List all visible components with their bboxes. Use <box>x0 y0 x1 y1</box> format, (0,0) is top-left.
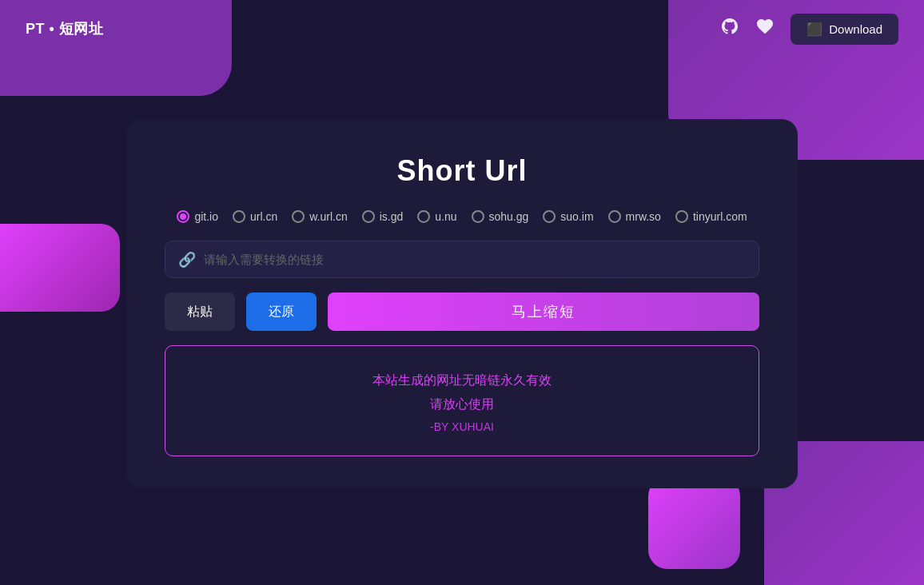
radio-label-urlcn: url.cn <box>250 210 277 223</box>
info-line-2: 请放心使用 <box>181 392 743 416</box>
radio-label-tinyurlcom: tinyurl.com <box>693 210 747 223</box>
github-icon[interactable] <box>720 17 739 41</box>
radio-label-sohugg: sohu.gg <box>489 210 529 223</box>
btn-row: 粘贴 还原 马上缩短 <box>165 292 759 331</box>
radio-item-gitio[interactable]: git.io <box>177 210 218 223</box>
shorten-button[interactable]: 马上缩短 <box>328 292 759 331</box>
radio-label-isgd: is.gd <box>380 210 404 223</box>
bg-blob-bottom-right-square <box>648 477 740 569</box>
bg-blob-left-square <box>0 224 120 312</box>
radio-suoim[interactable] <box>543 210 556 223</box>
radio-group: git.io url.cn w.url.cn is.gd u.nu sohu.g… <box>165 210 759 223</box>
radio-item-urlcn[interactable]: url.cn <box>233 210 277 223</box>
radio-item-isgd[interactable]: is.gd <box>362 210 404 223</box>
radio-item-unu[interactable]: u.nu <box>417 210 456 223</box>
brand-title: PT • 短网址 <box>26 19 103 38</box>
radio-tinyurlcom[interactable] <box>675 210 688 223</box>
radio-label-mrwso: mrw.so <box>626 210 661 223</box>
radio-label-gitio: git.io <box>194 210 218 223</box>
link-icon: 🔗 <box>178 250 196 268</box>
paste-button[interactable]: 粘贴 <box>165 292 235 331</box>
radio-item-mrwso[interactable]: mrw.so <box>608 210 661 223</box>
url-input[interactable] <box>204 241 746 277</box>
url-input-wrapper: 🔗 <box>165 241 759 278</box>
download-label: Download <box>829 22 882 36</box>
restore-button[interactable]: 还原 <box>246 292 317 331</box>
radio-item-wurlcn[interactable]: w.url.cn <box>292 210 347 223</box>
radio-label-suoim: suo.im <box>560 210 593 223</box>
radio-item-sohugg[interactable]: sohu.gg <box>472 210 529 223</box>
radio-unu[interactable] <box>417 210 430 223</box>
radio-label-wurlcn: w.url.cn <box>309 210 347 223</box>
radio-urlcn[interactable] <box>233 210 245 223</box>
radio-label-unu: u.nu <box>435 210 456 223</box>
card-title: Short Url <box>165 154 759 188</box>
info-line-1: 本站生成的网址无暗链永久有效 <box>181 368 743 392</box>
radio-item-suoim[interactable]: suo.im <box>543 210 593 223</box>
heart-icon[interactable] <box>755 17 775 41</box>
info-byline: -BY XUHUAI <box>181 420 743 433</box>
main-card: Short Url git.io url.cn w.url.cn is.gd u… <box>126 119 798 488</box>
nav-actions: ⬛ Download <box>720 14 898 45</box>
radio-sohugg[interactable] <box>472 210 484 223</box>
download-button[interactable]: ⬛ Download <box>791 14 898 45</box>
radio-item-tinyurlcom[interactable]: tinyurl.com <box>675 210 747 223</box>
radio-gitio[interactable] <box>177 210 189 223</box>
radio-mrwso[interactable] <box>608 210 621 223</box>
radio-isgd[interactable] <box>362 210 375 223</box>
radio-wurlcn[interactable] <box>292 210 305 223</box>
info-box: 本站生成的网址无暗链永久有效 请放心使用 -BY XUHUAI <box>165 345 759 456</box>
download-icon: ⬛ <box>807 22 822 37</box>
navbar: PT • 短网址 ⬛ Download <box>0 0 924 58</box>
